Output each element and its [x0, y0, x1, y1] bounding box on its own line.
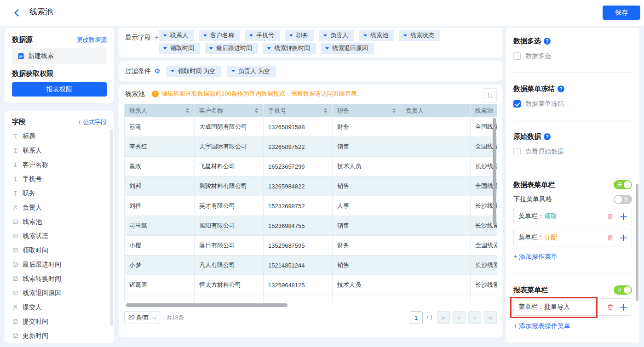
move-icon[interactable] [620, 304, 627, 311]
field-item[interactable]: 手机号 [12, 172, 109, 186]
table-row: 刘禅英才有限公司15232698752人事长沙线索 [125, 196, 497, 216]
table-horizontal-scrollbar[interactable] [126, 303, 288, 307]
table-cell: 天宇国际有限公司 [195, 137, 264, 157]
panel-scrollbar[interactable] [636, 184, 638, 301]
display-field-chip[interactable]: 线索池 [359, 30, 394, 41]
sort-button[interactable]: 1↓ [483, 88, 497, 103]
filter-chip[interactable]: 负责人 为空 [227, 66, 276, 77]
move-icon[interactable] [620, 234, 627, 241]
field-item[interactable]: 线索转换时间 [12, 272, 109, 286]
sort-arrows-icon[interactable] [254, 108, 259, 114]
field-item[interactable]: 客户名称 [12, 158, 109, 172]
trash-icon[interactable] [607, 213, 614, 220]
checkbox-label: 查看原始数据 [525, 148, 564, 156]
column-header[interactable]: 客户名称 [195, 104, 264, 117]
table-row: 李秀红天宇国际有限公司13265897522销售全国线索 [125, 137, 497, 157]
display-field-chip[interactable]: 职务 [285, 30, 314, 41]
text-field-icon [12, 176, 18, 182]
display-field-chip[interactable]: 线索转换时间 [263, 43, 316, 54]
subsetting-toggle[interactable]: 关 [614, 195, 632, 204]
column-header[interactable]: 职务 [333, 104, 401, 117]
datasource-item[interactable]: 新建线索 [12, 48, 107, 64]
fields-scrollbar[interactable] [110, 129, 113, 326]
sort-arrows-icon[interactable] [323, 108, 328, 114]
table-cell: 刘禅 [125, 196, 195, 216]
last-page-button[interactable]: » [484, 311, 497, 324]
help-icon[interactable]: ? [544, 133, 551, 140]
page-size-select[interactable]: 20 条/页 [124, 311, 160, 324]
table-cell: 嬴政 [125, 157, 195, 176]
table-cell: 苏漫 [125, 117, 195, 137]
display-field-chip-label: 联系人 [170, 31, 188, 40]
sort-arrows-icon[interactable] [185, 108, 190, 114]
help-icon[interactable]: ? [558, 85, 564, 92]
help-icon[interactable]: ? [544, 38, 551, 45]
add-menu-link[interactable]: + 添加操作菜单 [513, 253, 632, 261]
checkbox[interactable] [513, 148, 521, 155]
field-item[interactable]: 提交时间 [12, 314, 109, 329]
field-item[interactable]: 线索状态 [12, 229, 109, 243]
display-field-chip[interactable]: 负责人 [319, 30, 354, 41]
checkbox[interactable] [513, 52, 521, 60]
menu-bar-item[interactable]: 菜单栏：批量导入 [513, 298, 632, 316]
field-item[interactable]: 线索退回原因 [12, 286, 109, 300]
menu-bar-name: 分配 [544, 233, 557, 242]
field-item[interactable]: 职务 [12, 186, 109, 200]
column-header[interactable]: 线索池 [471, 104, 497, 117]
display-field-chip[interactable]: 客户名称 [199, 30, 240, 41]
display-field-chip-label: 领取时间 [170, 44, 194, 52]
field-item[interactable]: 最后跟进时间 [12, 257, 109, 272]
section-divider [513, 120, 632, 120]
user-field-icon [12, 205, 18, 210]
save-button[interactable]: 保存 [603, 6, 640, 20]
add-menu-link[interactable]: + 添加报表操作菜单 [513, 322, 632, 330]
gear-icon[interactable]: ⚙ [154, 68, 160, 74]
prev-page-button[interactable]: ‹ [453, 311, 466, 324]
field-item[interactable]: 标题 [12, 129, 109, 143]
add-display-field-button[interactable]: + [155, 34, 159, 42]
field-item[interactable]: 负责人 [12, 200, 109, 215]
field-item-label: 联系人 [23, 147, 42, 155]
current-page-input[interactable]: 1 [410, 311, 423, 324]
column-header[interactable]: 联系人 [125, 104, 195, 117]
table-cell: 13265984822 [264, 176, 333, 196]
checkbox-row[interactable]: 查看原始数据 [513, 148, 632, 156]
display-field-chip[interactable]: 手机号 [245, 30, 280, 41]
first-page-button[interactable]: « [437, 311, 450, 324]
table-vertical-scrollbar[interactable] [493, 118, 496, 225]
display-field-chip[interactable]: 线索退回原因 [321, 43, 374, 54]
section-toggle[interactable]: 开 [614, 180, 632, 189]
checkbox-row[interactable]: 数据多选 [513, 52, 632, 60]
field-item[interactable]: 领取时间 [12, 243, 109, 257]
display-field-chip[interactable]: 最后跟进时间 [205, 43, 258, 54]
trash-icon[interactable] [607, 234, 614, 241]
table-row: 小梦凡人有限公司15214851244销售长沙线索 [125, 256, 497, 275]
move-icon[interactable] [620, 213, 627, 220]
checkbox[interactable] [513, 100, 521, 108]
report-permission-button[interactable]: 报表权限 [12, 82, 107, 97]
display-field-chip[interactable]: 线索状态 [399, 30, 440, 41]
page-size-value: 20 条/页 [128, 314, 149, 322]
back-button[interactable] [12, 8, 22, 18]
column-header[interactable]: 手机号 [264, 104, 333, 117]
field-item[interactable]: 联系人 [12, 143, 109, 158]
text-field-icon [12, 190, 18, 196]
menu-bar-item[interactable]: 菜单栏：领取 [513, 208, 632, 225]
table-cell: 销售 [333, 216, 401, 236]
filter-chip[interactable]: 领取时间 为空 [166, 66, 221, 77]
column-header[interactable]: 负责人 [401, 104, 471, 117]
change-datasource-link[interactable]: 更改数据源 [77, 36, 107, 44]
field-item[interactable]: 提交人 [12, 300, 109, 314]
next-page-button[interactable]: › [468, 311, 481, 324]
section-toggle[interactable]: 开 [614, 285, 632, 295]
field-item[interactable]: 线索池 [12, 215, 109, 229]
field-item[interactable]: 更新时间 [12, 329, 109, 343]
trash-icon[interactable] [607, 304, 614, 310]
checkbox-row[interactable]: 数据菜单冻结 [513, 100, 632, 108]
menu-bar-item[interactable]: 菜单栏：分配 [513, 229, 632, 246]
add-formula-field-link[interactable]: + 公式字段 [78, 118, 107, 126]
display-field-chip[interactable]: 联系人 [159, 30, 194, 41]
sort-arrows-icon[interactable] [392, 108, 396, 114]
page-title[interactable]: 线索池 [28, 6, 55, 20]
display-field-chip[interactable]: 领取时间 [159, 43, 200, 54]
